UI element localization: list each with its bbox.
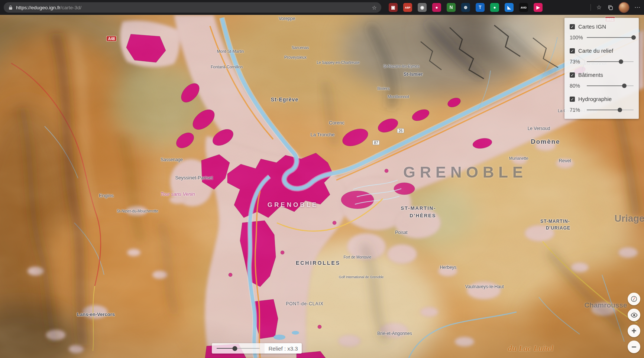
favorites-star-icon[interactable]: ☆ — [596, 4, 602, 10]
chrome-right-cluster: ☆ ⋯ — [590, 3, 640, 12]
layer-opacity-slider[interactable] — [587, 35, 634, 40]
globe-extension-icon[interactable]: ⊕ — [461, 3, 470, 12]
hillshade-layer — [0, 15, 644, 358]
collections-icon[interactable] — [607, 4, 614, 11]
screenshot-extension-icon[interactable]: ◉ — [418, 3, 427, 12]
url-bar[interactable]: https://edugeo.ign.fr/carte-3d/ ☆ — [4, 2, 381, 13]
screen: https://edugeo.ign.fr/carte-3d/ ☆ ▣ABP◉●… — [0, 0, 644, 358]
layer-label: Bâtiments — [578, 72, 603, 78]
layers-panel: ✓Cartes IGN100%✓Carte du relief73%✓Bâtim… — [564, 18, 639, 119]
layer-opacity-value: 100% — [570, 35, 583, 40]
view-toggle-button[interactable] — [628, 309, 640, 321]
layer-checkbox[interactable]: ✓ — [570, 24, 575, 29]
relief-value-label: Relief : x3.3 — [265, 343, 302, 354]
layer-opacity-value: 80% — [570, 83, 583, 89]
eye-icon — [630, 311, 638, 319]
compass-button[interactable] — [628, 293, 640, 305]
terrain-render — [0, 15, 644, 358]
layer-opacity-slider[interactable] — [587, 59, 634, 64]
layer-opacity-value: 71% — [570, 107, 583, 113]
zoom-out-button[interactable]: − — [628, 341, 640, 353]
red-shield-extension-icon[interactable]: ▣ — [389, 3, 398, 12]
lock-icon — [8, 5, 13, 10]
layer-checkbox[interactable]: ✓ — [570, 72, 575, 78]
layer-label: Hydrographie — [578, 96, 612, 102]
layer-label: Carte du relief — [578, 48, 613, 54]
blue-shape-extension-icon[interactable]: ◣ — [505, 3, 514, 12]
relief-control: Relief : x3.3 — [212, 343, 302, 354]
pink-media-extension-icon[interactable]: ▶ — [534, 3, 543, 12]
avid-extension-icon[interactable]: AVID — [519, 3, 528, 12]
relief-slider[interactable] — [217, 346, 260, 351]
extensions-row: ▣ABP◉●N⊕T●◣AVID▶ — [389, 3, 543, 12]
url-origin: https://edugeo.ign.fr — [16, 5, 60, 10]
green-ext-extension-icon[interactable]: N — [447, 3, 456, 12]
layer-opacity-slider[interactable] — [587, 84, 634, 88]
chrome-divider — [590, 4, 591, 11]
abp-extension-icon[interactable]: ABP — [403, 3, 412, 12]
layer-label: Cartes IGN — [578, 23, 606, 30]
layer-checkbox[interactable]: ✓ — [570, 48, 575, 53]
relief-slider-thumb[interactable] — [232, 346, 237, 351]
map-3d-viewport[interactable]: VoreppeSarcenasProveysieuxMont-St-Martin… — [0, 15, 644, 358]
relief-slider-box — [212, 343, 265, 354]
zoom-in-button[interactable]: + — [628, 325, 640, 337]
translate-extension-icon[interactable]: T — [476, 3, 485, 12]
compass-icon — [630, 295, 638, 303]
green-dot-extension-icon[interactable]: ● — [490, 3, 499, 12]
layer-checkbox[interactable]: ✓ — [570, 97, 575, 102]
bookmark-star-icon[interactable]: ☆ — [372, 5, 377, 10]
layer-opacity-slider[interactable] — [587, 108, 634, 113]
browser-menu-icon[interactable]: ⋯ — [634, 4, 640, 10]
url-text: https://edugeo.ign.fr/carte-3d/ — [16, 5, 81, 10]
browser-chrome: https://edugeo.ign.fr/carte-3d/ ☆ ▣ABP◉●… — [0, 0, 644, 15]
profile-avatar[interactable] — [619, 3, 629, 12]
color-ball-extension-icon[interactable]: ● — [432, 3, 441, 12]
map-tools: + − — [628, 293, 640, 353]
url-path: /carte-3d/ — [60, 5, 81, 10]
layer-opacity-value: 73% — [570, 59, 583, 65]
